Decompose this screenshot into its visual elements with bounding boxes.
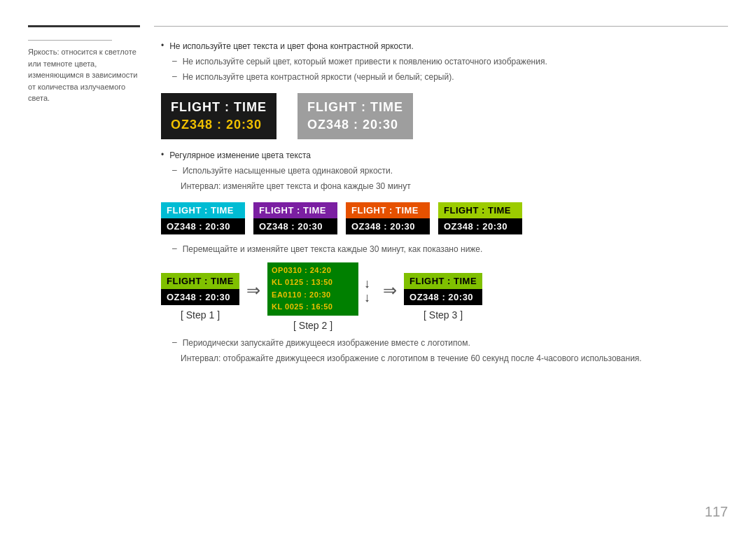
colored-box-purple-top: FLIGHT : TIME: [253, 202, 337, 218]
bullet-dot-2: •: [161, 150, 164, 160]
steps-intro-text: Перемещайте и изменяйте цвет текста кажд…: [183, 243, 483, 255]
step2-row-0: OP0310 : 24:20: [272, 265, 354, 276]
dash-symbol-1: –: [172, 56, 177, 66]
page-number: 117: [705, 504, 728, 520]
colored-box-greenyellow-top: FLIGHT : TIME: [438, 202, 522, 218]
bottom-dash-2: Интервал: отображайте движущееся изображ…: [161, 352, 728, 365]
step-1-box: FLIGHT : TIME OZ348 : 20:30 [ Step 1 ]: [161, 273, 239, 321]
top-bar-line: [154, 26, 728, 27]
bottom-dash-text-2: Интервал: отображайте движущееся изображ…: [181, 352, 642, 365]
colored-box-purple-bottom: OZ348 : 20:30: [253, 218, 337, 234]
colored-box-cyan-top: FLIGHT : TIME: [161, 202, 245, 218]
top-bar: [28, 21, 728, 27]
step1-label: [ Step 1 ]: [181, 309, 220, 321]
colored-box-orange-bottom: OZ348 : 20:30: [346, 218, 430, 234]
sidebar: Яркость: относится к светлоте или темнот…: [28, 40, 154, 520]
bullet-text-2: Регулярное изменение цвета текста: [169, 149, 311, 162]
steps-row: FLIGHT : TIME OZ348 : 20:30 [ Step 1 ] ⇒…: [161, 262, 728, 331]
bottom-dash-text-1: Периодически запускайте движущееся изобр…: [183, 337, 470, 349]
flight-box-gray: FLIGHT : TIME OZ348 : 20:30: [298, 93, 413, 139]
step2-row-1: KL 0125 : 13:50: [272, 277, 354, 288]
step2-label: [ Step 2 ]: [293, 320, 332, 331]
bottom-dash-1: – Периодически запускайте движущееся изо…: [161, 337, 728, 349]
flight-box-gray-row2: OZ348 : 20:30: [307, 118, 403, 132]
steps-intro-line: – Перемещайте и изменяйте цвет текста ка…: [161, 243, 728, 255]
step-2-box: OP0310 : 24:20KL 0125 : 13:50EA0110 : 20…: [267, 262, 358, 331]
step2-row-2: EA0110 : 20:30: [272, 290, 354, 300]
main-content: • Не используйте цвет текста и цвет фона…: [154, 40, 728, 520]
step1-bottom: OZ348 : 20:30: [161, 289, 239, 305]
dash-item-4: Интервал: изменяйте цвет текста и фона к…: [161, 180, 728, 192]
sidebar-divider: [28, 40, 112, 41]
dash-symbol-5: –: [172, 244, 177, 253]
dash-text-4: Интервал: изменяйте цвет текста и фона к…: [181, 180, 411, 192]
colored-box-cyan-bottom: OZ348 : 20:30: [161, 218, 245, 234]
step-3-box: FLIGHT : TIME OZ348 : 20:30 [ Step 3 ]: [404, 273, 482, 321]
step2-row-3: KL 0025 : 16:50: [272, 302, 354, 312]
flight-box-gray-row1: FLIGHT : TIME: [307, 100, 403, 115]
colored-flight-boxes: FLIGHT : TIMEOZ348 : 20:30FLIGHT : TIMEO…: [161, 202, 728, 234]
bullet-item-2: • Регулярное изменение цвета текста: [161, 149, 728, 162]
colored-box-purple: FLIGHT : TIMEOZ348 : 20:30: [253, 202, 337, 234]
top-bar-accent-line: [28, 25, 140, 27]
step3-display: FLIGHT : TIME OZ348 : 20:30: [404, 273, 482, 305]
colored-box-greenyellow: FLIGHT : TIMEOZ348 : 20:30: [438, 202, 522, 234]
step1-display: FLIGHT : TIME OZ348 : 20:30: [161, 273, 239, 305]
section-contrast-warnings: • Не используйте цвет текста и цвет фона…: [161, 40, 728, 83]
down-arrow-1: ↓: [364, 277, 370, 290]
flight-box-dark: FLIGHT : TIME OZ348 : 20:30: [161, 93, 276, 139]
dash-text-2: Не используйте цвета контрастной яркости…: [183, 71, 454, 83]
vertical-arrows: ↓ ↓: [364, 277, 370, 304]
bottom-notes: – Периодически запускайте движущееся изо…: [161, 337, 728, 365]
arrow-1: ⇒: [246, 281, 260, 300]
colored-box-greenyellow-bottom: OZ348 : 20:30: [438, 218, 522, 234]
dash-text-1: Не используйте серый цвет, который может…: [183, 55, 547, 68]
dash-item-1: – Не используйте серый цвет, который мож…: [161, 55, 728, 68]
dash-symbol-6: –: [172, 337, 177, 347]
step2-display: OP0310 : 24:20KL 0125 : 13:50EA0110 : 20…: [267, 262, 358, 316]
flight-display-contrast-examples: FLIGHT : TIME OZ348 : 20:30 FLIGHT : TIM…: [161, 93, 728, 139]
sidebar-description: Яркость: относится к светлоте или темнот…: [28, 46, 140, 104]
step1-top: FLIGHT : TIME: [161, 273, 239, 289]
colored-box-cyan: FLIGHT : TIMEOZ348 : 20:30: [161, 202, 245, 234]
dash-symbol-2: –: [172, 71, 177, 81]
step3-top: FLIGHT : TIME: [404, 273, 482, 289]
dash-text-3: Используйте насыщенные цвета одинаковой …: [183, 164, 393, 177]
dash-item-2: – Не используйте цвета контрастной яркос…: [161, 71, 728, 83]
bullet-dot-1: •: [161, 41, 164, 50]
colored-box-orange-top: FLIGHT : TIME: [346, 202, 430, 218]
dash-item-3: – Используйте насыщенные цвета одинаково…: [161, 164, 728, 177]
flight-box-dark-row2: OZ348 : 20:30: [171, 118, 267, 132]
bullet-text-1: Не используйте цвет текста и цвет фона к…: [169, 40, 414, 52]
arrow-2: ⇒: [383, 281, 397, 300]
down-arrow-2: ↓: [364, 291, 370, 304]
flight-box-dark-row1: FLIGHT : TIME: [171, 100, 267, 115]
bullet-item-1: • Не используйте цвет текста и цвет фона…: [161, 40, 728, 52]
dash-symbol-3: –: [172, 165, 177, 175]
colored-box-orange: FLIGHT : TIMEOZ348 : 20:30: [346, 202, 430, 234]
section-color-change: • Регулярное изменение цвета текста – Ис…: [161, 149, 728, 192]
step3-label: [ Step 3 ]: [424, 309, 463, 321]
section-steps: – Перемещайте и изменяйте цвет текста ка…: [161, 243, 728, 365]
step3-bottom: OZ348 : 20:30: [404, 289, 482, 305]
